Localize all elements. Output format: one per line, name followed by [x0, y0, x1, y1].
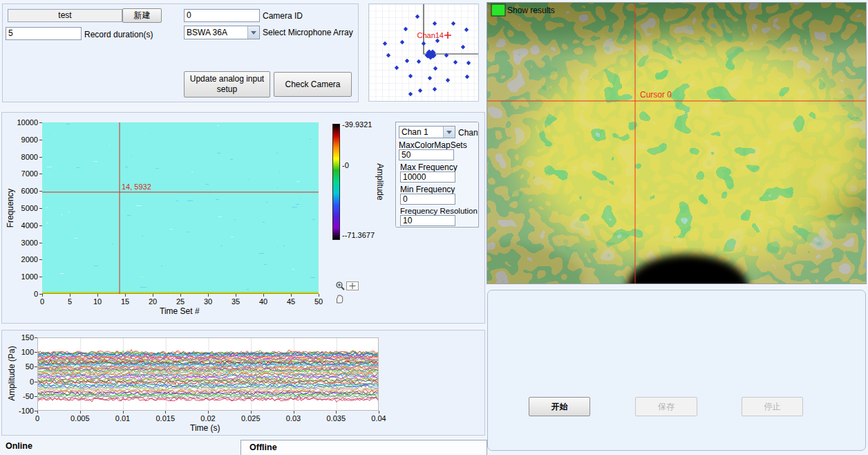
camera-id-label: Camera ID	[263, 11, 303, 21]
colorbar-axis-label: Amplitude	[375, 140, 385, 223]
zoom-tool-icon[interactable]	[335, 281, 346, 291]
show-results-led[interactable]	[491, 4, 505, 16]
x-axis-tick-label: 45	[281, 297, 301, 306]
check-camera-button[interactable]: Check Camera	[274, 72, 352, 97]
x-axis-tick-label: 25	[170, 297, 191, 306]
y-axis-tick-mark	[35, 382, 37, 382]
run-control-panel: 开始 保存 停止	[487, 290, 866, 451]
x-axis-tick-mark	[42, 294, 43, 297]
x-axis-tick-label: 35	[225, 297, 246, 306]
frequency-resolution-field[interactable]	[400, 215, 455, 226]
mic-array-plot[interactable]: Chan14	[369, 4, 478, 101]
y-axis-tick-label: 5000	[9, 204, 38, 212]
spectrogram-plot[interactable]: 14, 5932	[42, 122, 319, 294]
x-axis-tick-label: 30	[198, 297, 218, 306]
min-frequency-field[interactable]	[400, 194, 455, 205]
x-axis-tick-mark	[97, 294, 98, 297]
waveform-panel: Amplitude (Pa) Time (s) 00.0050.010.0150…	[1, 330, 485, 436]
x-axis-tick-mark	[319, 294, 319, 297]
microphone-array-dropdown[interactable]: BSWA 36A	[184, 26, 260, 39]
y-axis-tick-mark	[39, 259, 42, 260]
min-frequency-label: Min Frequency	[400, 185, 455, 194]
x-axis-tick-label: 0.02	[194, 414, 222, 423]
waveform-x-axis-label: Time (s)	[190, 423, 220, 433]
max-frequency-label: Max Frequency	[400, 162, 457, 172]
stop-button[interactable]: 停止	[742, 397, 803, 416]
waveform-plot[interactable]	[37, 337, 379, 411]
chevron-down-icon[interactable]	[247, 26, 259, 39]
microphone-array-value: BSWA 36A	[185, 27, 247, 38]
y-axis-tick-mark	[39, 191, 42, 192]
x-axis-tick-mark	[125, 294, 126, 297]
y-axis-tick-mark	[39, 122, 42, 123]
y-axis-tick-label: 2000	[9, 255, 38, 263]
y-axis-tick-mark	[35, 411, 37, 411]
y-axis-tick-label: 8000	[9, 153, 38, 161]
mic-array-panel: Chan14	[368, 3, 479, 102]
update-analog-input-line2: setup	[217, 84, 237, 94]
y-axis-tick-label: 4000	[9, 221, 38, 230]
frequency-resolution-label: Frequency Resolution	[400, 207, 478, 215]
y-axis-tick-label: 0	[9, 290, 38, 298]
channel-label: Chan	[458, 128, 478, 138]
y-axis-tick-label: 3000	[9, 239, 38, 247]
amplitude-colorbar	[332, 124, 340, 240]
pan-hand-tool-icon[interactable]	[334, 294, 345, 304]
record-duration-field[interactable]: 5	[6, 27, 82, 40]
frequency-controls-groupbox: Chan 1 Chan MaxColorMapSets Max Frequenc…	[395, 122, 478, 227]
x-axis-tick-mark	[165, 411, 166, 414]
spectrogram-x-axis-label: Time Set #	[160, 306, 200, 316]
y-axis-tick-mark	[39, 225, 42, 226]
x-axis-tick-mark	[208, 294, 209, 297]
camera-view-panel[interactable]: Cursor 0 Show results	[487, 2, 867, 284]
y-axis-tick-mark	[39, 140, 42, 140]
update-analog-input-button[interactable]: Update analog input setup	[184, 71, 270, 98]
channel-dropdown-value: Chan 1	[399, 127, 443, 138]
x-axis-tick-label: 0.04	[365, 414, 393, 423]
x-axis-tick-mark	[291, 294, 292, 297]
show-results-label: Show results	[507, 6, 555, 15]
y-axis-tick-mark	[35, 337, 37, 338]
y-axis-tick-label: 7000	[9, 169, 38, 178]
x-axis-tick-mark	[70, 294, 70, 297]
y-axis-tick-mark	[39, 243, 42, 243]
y-axis-tick-label: 1000	[9, 272, 38, 281]
y-axis-tick-mark	[39, 277, 42, 277]
camera-id-field[interactable]: 0	[184, 9, 260, 22]
y-axis-tick-mark	[35, 366, 37, 367]
colorbar-max-label: -39.9321	[342, 120, 372, 129]
x-axis-tick-label: 0	[23, 414, 51, 423]
tab-online[interactable]: Online	[6, 441, 32, 451]
y-axis-tick-mark	[35, 396, 37, 397]
max-frequency-field[interactable]	[400, 171, 455, 183]
x-axis-tick-mark	[251, 411, 252, 414]
x-axis-tick-label: 0.035	[322, 414, 350, 423]
x-axis-tick-mark	[236, 294, 236, 297]
update-analog-input-line1: Update analog input	[190, 74, 264, 84]
mic-cursor-label: Chan14	[417, 31, 444, 39]
x-axis-tick-label: 20	[142, 297, 163, 306]
maxcolormapsets-label: MaxColorMapSets	[399, 140, 467, 150]
chevron-down-icon[interactable]	[443, 127, 455, 138]
x-axis-tick-mark	[153, 294, 153, 297]
y-axis-tick-label: 100	[8, 348, 34, 356]
spectrogram-cursor-readout: 14, 5932	[122, 183, 151, 191]
test-name-field[interactable]: test	[8, 9, 122, 22]
colorbar-mid-label: -0	[342, 161, 349, 169]
channel-dropdown[interactable]: Chan 1	[399, 126, 455, 138]
camera-heatmap-image[interactable]: Cursor 0 Show results	[487, 3, 866, 284]
y-axis-tick-label: 50	[8, 362, 34, 371]
cursor-tool-icon[interactable]	[346, 281, 359, 291]
y-axis-tick-label: 10000	[9, 118, 38, 127]
y-axis-tick-label: -100	[8, 407, 34, 415]
save-button[interactable]: 保存	[635, 397, 697, 416]
maxcolormapsets-field[interactable]	[399, 149, 454, 160]
tab-offline[interactable]: Offline	[240, 440, 487, 455]
start-button[interactable]: 开始	[529, 397, 590, 416]
new-button[interactable]: 新建	[122, 8, 162, 23]
x-axis-tick-label: 0	[32, 297, 53, 306]
x-axis-tick-label: 0.03	[280, 414, 308, 423]
acoustic-heatmap-center	[487, 3, 866, 284]
show-results-indicator[interactable]: Show results	[491, 4, 555, 16]
config-panel: test 新建 5 Record duration(s) 0 Camera ID…	[2, 3, 359, 102]
